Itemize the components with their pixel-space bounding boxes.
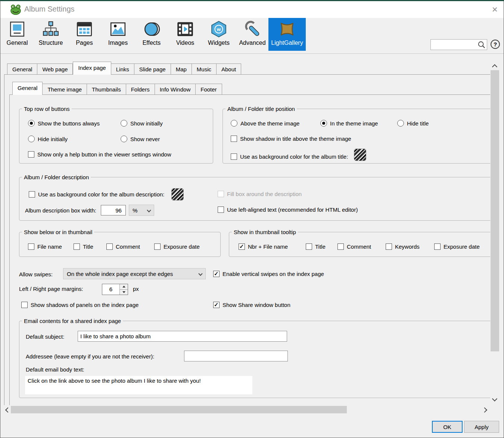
group-title: Album / Folder description [22, 174, 91, 180]
checkbox-box[interactable] [74, 243, 80, 250]
radio-hide-initially[interactable]: Hide initially [28, 136, 68, 142]
checkbox-tooltip-comment[interactable]: Comment [337, 243, 371, 250]
checkbox-box[interactable] [337, 243, 344, 250]
tab-map[interactable]: Map [171, 63, 192, 75]
apply-button[interactable]: Apply [464, 421, 499, 433]
radio-show-never[interactable]: Show never [121, 136, 160, 142]
close-icon[interactable]: × [492, 3, 498, 16]
checkbox-box[interactable] [106, 243, 113, 250]
checkbox-tooltip-exposure-date[interactable]: Exposure date [434, 243, 480, 250]
subtab-info-window[interactable]: Info Window [155, 84, 196, 95]
checkbox-box[interactable] [213, 271, 220, 277]
radio-show-initially[interactable]: Show initially [121, 120, 163, 127]
checkbox-title[interactable]: Title [74, 243, 93, 250]
radio-hide-title[interactable]: Hide title [397, 120, 429, 127]
radio-circle[interactable] [28, 136, 35, 142]
vertical-scrollbar-thumb[interactable] [491, 70, 499, 351]
checkbox-box[interactable] [386, 243, 392, 250]
allow-swipes-select[interactable]: On the whole index page except the edges [63, 268, 206, 279]
vertical-scrollbar[interactable] [490, 62, 500, 404]
subtab-thumbnails[interactable]: Thumbnails [87, 84, 126, 95]
checkbox-box[interactable] [21, 302, 28, 308]
addressee-label: Addressee (leave empty if you are not th… [26, 353, 154, 360]
radio-circle[interactable] [231, 120, 237, 127]
group-show-below-thumbnail: Show below or in thumbnail [19, 229, 221, 257]
tab-index-page[interactable]: Index page [73, 62, 111, 75]
tab-general[interactable]: General [7, 63, 37, 75]
group-title: Top row of buttons [22, 106, 72, 112]
checkbox-box[interactable] [231, 136, 237, 142]
addressee-input[interactable] [184, 351, 288, 361]
radio-circle[interactable] [28, 120, 35, 127]
scroll-left-icon[interactable] [5, 407, 10, 413]
radio-show-buttons-always[interactable]: Show the buttons always [28, 120, 100, 127]
album-settings-window: Album Settings × General Structure [0, 0, 504, 438]
checkbox-help-button-only[interactable]: Show only a help button in the viewer se… [28, 151, 171, 158]
checkbox-bg-color-album-title[interactable]: Use as background color for the album ti… [231, 149, 366, 161]
horizontal-scrollbar-thumb[interactable] [11, 406, 347, 413]
checkbox-show-share-button[interactable]: Show Share window button [213, 302, 290, 308]
checkbox-box[interactable] [306, 243, 312, 250]
box-width-input[interactable] [101, 205, 126, 215]
checkbox-comment[interactable]: Comment [106, 243, 140, 250]
checkbox-box[interactable] [213, 302, 220, 308]
checkbox-box[interactable] [231, 153, 237, 160]
checkbox-box[interactable] [154, 243, 161, 250]
help-icon[interactable]: ? [491, 40, 500, 49]
stepper-up-button[interactable] [120, 284, 128, 290]
page-margins-label: Left / Right page margins: [19, 286, 83, 292]
subtab-theme-image[interactable]: Theme image [43, 84, 87, 95]
radio-circle[interactable] [397, 120, 404, 127]
checkbox-fill-box-description: Fill box around the description [218, 191, 302, 197]
radio-in-theme-image[interactable]: In the theme image [320, 120, 378, 127]
default-subject-input[interactable] [78, 331, 287, 342]
box-width-unit-select[interactable]: % [129, 205, 154, 216]
scroll-right-icon[interactable] [482, 407, 487, 413]
subtab-general[interactable]: General [12, 82, 43, 95]
box-width-label: Album description box width: [25, 207, 96, 214]
tab-links[interactable]: Links [111, 63, 134, 75]
allow-swipes-label: Allow swipes: [19, 271, 53, 277]
scroll-up-icon[interactable] [492, 64, 497, 69]
checkbox-left-aligned-text[interactable]: Use left-aligned text (recommended for H… [218, 206, 358, 213]
group-title: Email contents for a shared index page [22, 318, 123, 324]
stepper-value[interactable]: 6 [102, 284, 119, 295]
checkbox-box[interactable] [29, 191, 35, 198]
horizontal-scrollbar[interactable] [4, 406, 489, 414]
description-bg-color-swatch[interactable] [171, 188, 184, 201]
ok-button[interactable]: OK [432, 421, 463, 433]
stepper-down-button[interactable] [120, 290, 128, 295]
scroll-down-icon[interactable] [492, 396, 497, 401]
checkbox-box[interactable] [239, 243, 245, 250]
radio-above-theme-image[interactable]: Above the theme image [231, 120, 299, 127]
radio-circle[interactable] [320, 120, 327, 127]
checkbox-tooltip-keywords[interactable]: Keywords [386, 243, 420, 250]
group-title: Show in thumbnail tooltip [232, 229, 298, 235]
checkbox-show-shadow-title[interactable]: Show shadow in title above the theme ima… [231, 136, 351, 142]
radio-circle[interactable] [121, 120, 127, 127]
checkbox-tooltip-title[interactable]: Title [306, 243, 326, 250]
down-arrow-icon [122, 291, 125, 293]
email-body-textarea[interactable]: Click on the link above to see the photo… [25, 376, 252, 394]
title-bg-color-swatch[interactable] [354, 149, 366, 161]
checkbox-exposure-date[interactable]: Exposure date [154, 243, 200, 250]
checkbox-box[interactable] [28, 151, 34, 158]
tab-row-sub: General Theme image Thumbnails Folders I… [12, 82, 222, 95]
checkbox-box[interactable] [28, 243, 34, 250]
tab-about[interactable]: About [217, 63, 241, 75]
checkbox-box[interactable] [218, 206, 224, 213]
page-margins-stepper[interactable]: 6 [102, 284, 128, 295]
tab-music[interactable]: Music [192, 63, 217, 75]
checkbox-bg-color-description[interactable]: Use as background color for the album de… [29, 188, 184, 201]
checkbox-box[interactable] [434, 243, 441, 250]
tab-slide-page[interactable]: Slide page [134, 63, 171, 75]
radio-circle[interactable] [121, 136, 127, 142]
checkbox-enable-vertical-swipes[interactable]: Enable vertical swipes on the index page [213, 271, 324, 277]
checkbox-nbr-file-name[interactable]: Nbr + File name [239, 243, 288, 250]
subtab-footer[interactable]: Footer [196, 84, 222, 95]
tab-web-page[interactable]: Web page [37, 63, 73, 75]
checkbox-file-name[interactable]: File name [28, 243, 62, 250]
subtab-folders[interactable]: Folders [126, 84, 155, 95]
checkbox-show-panel-shadows[interactable]: Show shadows of panels on the index page [21, 302, 139, 308]
email-body-label: Default email body text: [26, 366, 84, 373]
